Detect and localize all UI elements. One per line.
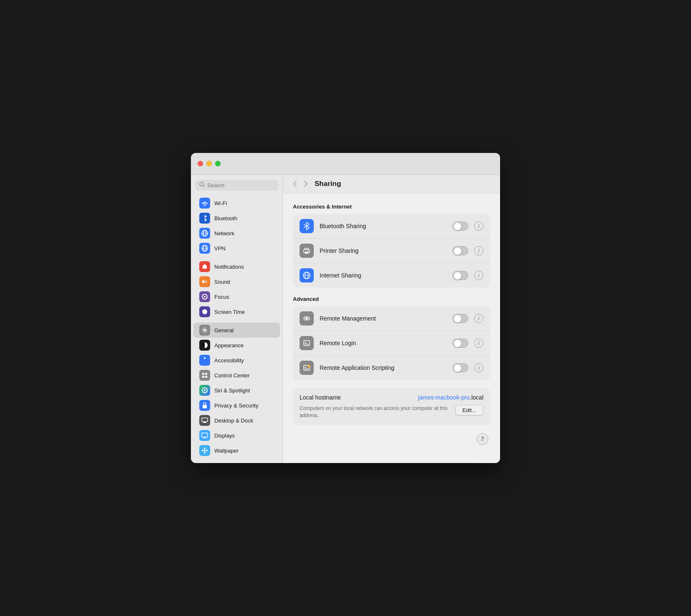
main-content: Sharing Accessories & Internet Bluetooth… [283,175,500,463]
maximize-button[interactable] [215,161,221,166]
remote-scripting-toggle[interactable] [452,363,468,372]
printer-sharing-info-button[interactable]: i [474,246,483,255]
toggle-knob [454,223,461,230]
sidebar-item-label-desktop-dock: Desktop & Dock [214,417,253,424]
sidebar-item-appearance[interactable]: Appearance [193,338,280,353]
toggle-knob [454,315,461,323]
table-row: Remote Application Scripting i [293,355,490,380]
hostname-label: Local hostname [300,394,341,401]
svg-rect-19 [203,422,206,423]
toggle-knob [454,340,461,347]
sidebar-item-desktop-dock[interactable]: Desktop & Dock [193,413,280,428]
content-area: Wi-Fi Bluetooth Networ [191,175,500,463]
privacy-icon [199,400,210,411]
remote-login-info-button[interactable]: i [474,339,483,348]
sidebar-item-wallpaper[interactable]: Wallpaper [193,443,280,458]
edit-hostname-button[interactable]: Edit... [455,405,483,415]
remote-management-label: Remote Management [320,315,447,322]
remote-scripting-info-button[interactable]: i [474,363,483,372]
sidebar-item-sound[interactable]: Sound [193,274,280,289]
sidebar-item-label-focus: Focus [214,294,229,300]
svg-point-36 [305,318,306,319]
appearance-icon [199,340,210,351]
sidebar-item-wifi[interactable]: Wi-Fi [193,196,280,211]
printer-sharing-icon [300,244,314,258]
sidebar-item-siri-spotlight[interactable]: Siri & Spotlight [193,383,280,398]
search-icon [199,182,205,188]
titlebar [191,153,500,175]
hostname-value: james-macbook-pro.local [418,394,483,401]
remote-management-icon [300,311,314,326]
wallpaper-icon [199,445,210,456]
toggle-knob [454,272,461,280]
remote-login-label: Remote Login [320,340,447,346]
bluetooth-sharing-info-button[interactable]: i [474,221,483,231]
control-center-icon [199,370,210,381]
hostname-section: Local hostname james-macbook-pro.local C… [293,388,490,425]
wifi-icon [199,198,210,209]
sidebar-item-screen-time[interactable]: Screen Time [193,304,280,319]
sidebar-item-accessibility[interactable]: Accessibility [193,353,280,368]
svg-rect-38 [304,341,310,346]
table-row: Remote Login i [293,331,490,355]
svg-point-23 [204,450,206,451]
help-section: ? [293,433,490,445]
sidebar-item-network[interactable]: Network [193,226,280,241]
screen-time-icon [199,306,210,317]
sidebar-item-label-privacy: Privacy & Security [214,402,258,409]
help-button[interactable]: ? [477,433,488,445]
printer-sharing-toggle[interactable] [452,246,468,255]
bluetooth-sharing-label: Bluetooth Sharing [320,223,447,229]
svg-rect-13 [202,376,204,378]
internet-sharing-toggle[interactable] [452,271,468,280]
toggle-knob [454,364,461,372]
app-window: Wi-Fi Bluetooth Networ [191,153,500,463]
back-button[interactable] [291,180,299,188]
forward-button[interactable] [302,180,310,188]
hostname-blue-part: james-macbook-pro [418,394,470,401]
sidebar-item-privacy[interactable]: Privacy & Security [193,398,280,413]
hostname-suffix: .local [470,394,483,401]
remote-scripting-icon [300,361,314,375]
svg-rect-20 [202,433,208,437]
search-input[interactable] [207,182,274,188]
sidebar-item-control-center[interactable]: Control Center [193,368,280,383]
desktop-dock-icon [199,415,210,426]
svg-point-37 [307,318,309,319]
minimize-button[interactable] [206,161,212,166]
siri-icon [199,385,210,396]
svg-point-24 [204,448,206,449]
focus-icon [199,291,210,302]
notifications-icon [199,261,210,272]
remote-login-toggle[interactable] [452,339,468,348]
svg-point-25 [204,452,206,453]
table-row: Bluetooth Sharing i [293,214,490,238]
sidebar-item-label-network: Network [214,230,234,237]
general-icon [199,325,210,336]
svg-rect-17 [203,405,207,408]
hostname-description: Computers on your local network can acce… [300,405,450,419]
remote-management-toggle[interactable] [452,314,468,323]
bluetooth-sharing-toggle[interactable] [452,221,468,231]
hostname-footer: Computers on your local network can acce… [300,405,483,419]
internet-sharing-info-button[interactable]: i [474,271,483,280]
toggle-knob [454,247,461,255]
sidebar-item-general[interactable]: General [193,323,280,338]
vpn-icon [199,243,210,254]
sidebar-item-label-siri: Siri & Spotlight [214,387,250,394]
sidebar-item-bluetooth[interactable]: Bluetooth [193,211,280,226]
remote-management-info-button[interactable]: i [474,314,483,323]
svg-point-30 [308,250,309,251]
svg-rect-29 [305,252,308,254]
main-header: Sharing [283,175,500,193]
table-row: Internet Sharing i [293,263,490,288]
remote-login-icon [300,336,314,350]
close-button[interactable] [198,161,203,166]
sidebar-item-displays[interactable]: Displays [193,428,280,443]
sidebar-item-focus[interactable]: Focus [193,289,280,304]
sidebar-item-label-appearance: Appearance [214,342,244,349]
search-bar[interactable] [195,180,278,191]
svg-rect-11 [202,373,204,375]
sidebar-item-notifications[interactable]: Notifications [193,259,280,274]
sidebar-item-vpn[interactable]: VPN [193,241,280,256]
